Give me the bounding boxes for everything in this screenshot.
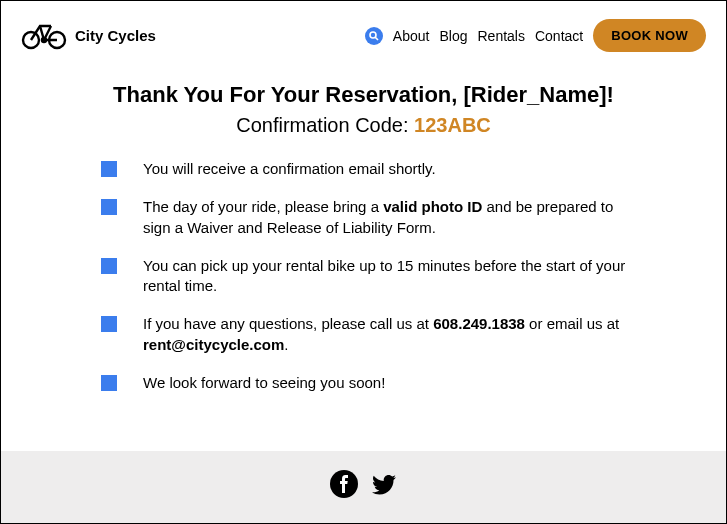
nav: About Blog Rentals Contact BOOK NOW [365, 19, 706, 52]
nav-rentals[interactable]: Rentals [477, 28, 524, 44]
bullet-icon [101, 258, 117, 274]
list-item-text: You will receive a confirmation email sh… [143, 159, 436, 179]
list-item: You can pick up your rental bike up to 1… [101, 256, 626, 297]
bullet-icon [101, 161, 117, 177]
footer [1, 451, 726, 523]
logo-block[interactable]: City Cycles [21, 22, 156, 50]
list-item-text: We look forward to seeing you soon! [143, 373, 385, 393]
list-item-text: The day of your ride, please bring a val… [143, 197, 626, 238]
header: City Cycles About Blog Rentals Contact B… [1, 1, 726, 62]
list-item: We look forward to seeing you soon! [101, 373, 626, 393]
nav-blog[interactable]: Blog [439, 28, 467, 44]
nav-about[interactable]: About [393, 28, 430, 44]
list-item: You will receive a confirmation email sh… [101, 159, 626, 179]
info-list: You will receive a confirmation email sh… [61, 159, 666, 393]
list-item-text: If you have any questions, please call u… [143, 314, 626, 355]
list-item: If you have any questions, please call u… [101, 314, 626, 355]
nav-contact[interactable]: Contact [535, 28, 583, 44]
svg-point-2 [42, 38, 46, 42]
bullet-icon [101, 199, 117, 215]
list-item: The day of your ride, please bring a val… [101, 197, 626, 238]
bike-logo-icon [21, 22, 67, 50]
brand-name: City Cycles [75, 27, 156, 44]
main-content: Thank You For Your Reservation, [Rider_N… [1, 62, 726, 451]
book-now-button[interactable]: BOOK NOW [593, 19, 706, 52]
confirmation-line: Confirmation Code: 123ABC [61, 114, 666, 137]
bullet-icon [101, 375, 117, 391]
page-title: Thank You For Your Reservation, [Rider_N… [61, 82, 666, 108]
confirmation-code: 123ABC [414, 114, 491, 136]
twitter-icon[interactable] [369, 469, 399, 499]
list-item-text: You can pick up your rental bike up to 1… [143, 256, 626, 297]
search-icon[interactable] [365, 27, 383, 45]
bullet-icon [101, 316, 117, 332]
facebook-icon[interactable] [329, 469, 359, 499]
confirmation-label: Confirmation Code: [236, 114, 414, 136]
svg-point-3 [370, 32, 376, 38]
